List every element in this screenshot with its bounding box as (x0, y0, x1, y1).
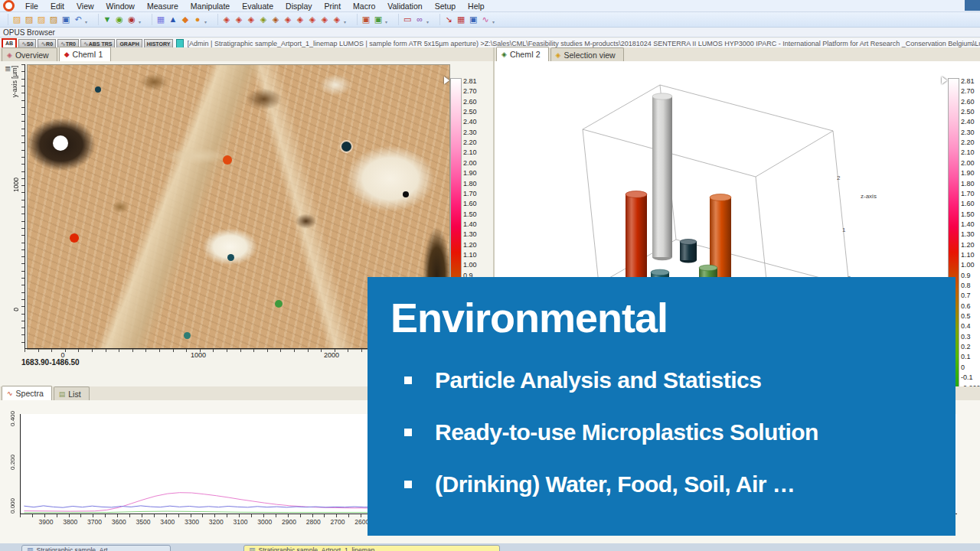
tab-chemi-1[interactable]: ◆ChemI 1 (59, 47, 112, 61)
marker-dot-green[interactable] (275, 300, 283, 308)
marker-dot-white[interactable] (53, 135, 68, 151)
colorbar-tick-label: 1.30 (961, 230, 975, 238)
right-panel-tabbar: ◈ChemI 2◈Selection view (495, 47, 980, 62)
macro-icon-6[interactable]: ◈ (282, 14, 294, 25)
colorbar-tick-label: 0.5 (961, 312, 971, 320)
color-scale-slider-icon[interactable] (444, 77, 449, 84)
menu-file[interactable]: File (19, 1, 44, 11)
macro-icon-9[interactable]: ◈ (318, 14, 331, 25)
tab-spectra[interactable]: ∿Spectra (2, 386, 52, 400)
macro-icon-4[interactable]: ◈ (257, 14, 270, 25)
cascade-windows-icon[interactable]: ▣ (467, 14, 479, 25)
swap-display-icon[interactable]: ◆ (179, 14, 191, 25)
menu-evaluate[interactable]: Evaluate (236, 1, 279, 11)
3d-glasses-icon[interactable]: ∞ (413, 14, 426, 25)
colorbar-tick-label: 0.2 (961, 343, 971, 350)
overlay-bullet-text: Ready-to-use Microplastics Solution (435, 419, 818, 445)
marker-dot-navy[interactable] (341, 142, 351, 152)
toolbar-overflow-icon[interactable]: ▾ (139, 19, 141, 24)
setup-icon-1[interactable]: ▣ (360, 14, 372, 25)
globe-display-icon[interactable]: ● (191, 14, 204, 25)
curve-icon[interactable]: ∿ (479, 14, 492, 25)
spectra-y-axis (20, 414, 21, 514)
chemi-1-tab-icon: ◆ (64, 51, 70, 58)
tab-list[interactable]: ▤List (54, 386, 90, 400)
measure-advanced-icon[interactable]: ◉ (126, 14, 138, 25)
macro-icon-10[interactable]: ◈ (331, 14, 343, 25)
colorbar-tick-label: 1.60 (961, 200, 975, 207)
peaks-icon[interactable]: ▲ (167, 14, 179, 25)
toolbar-overflow-icon[interactable]: ▾ (85, 19, 87, 24)
menu-macro[interactable]: Macro (347, 1, 381, 11)
colorbar-tick-label: 1.50 (961, 210, 975, 218)
colorbar-tick-label: 1.20 (463, 241, 477, 249)
macro-icon-7[interactable]: ◈ (294, 14, 306, 25)
tile-windows-icon[interactable]: ▦ (455, 14, 467, 25)
menu-help[interactable]: Help (462, 1, 491, 11)
bar-navy[interactable] (680, 239, 697, 262)
tab-selection-view[interactable]: ◈Selection view (550, 47, 624, 61)
spectrum-blue (24, 506, 374, 507)
bar-white[interactable] (652, 93, 672, 260)
colorbar-tick-label: 0 (961, 364, 965, 371)
macro-icon-3[interactable]: ◈ (245, 14, 257, 25)
spectrum-magenta (24, 493, 374, 511)
tab-overview[interactable]: ◈Overview (2, 47, 57, 61)
open-folder-icon[interactable]: ▨ (35, 14, 47, 25)
marker-dot-teal-2[interactable] (227, 254, 234, 261)
marker-dot-black[interactable] (403, 191, 409, 197)
bullet-square-icon (404, 429, 412, 436)
menu-validation[interactable]: Validation (381, 1, 428, 11)
marker-dot-red[interactable] (70, 233, 79, 243)
macro-icon-5[interactable]: ◈ (270, 14, 282, 25)
marker-dot-orange[interactable] (223, 155, 232, 165)
menu-manipulate[interactable]: Manipulate (185, 1, 236, 11)
save-file-icon[interactable]: ▣ (60, 14, 72, 25)
load-file-icon[interactable]: ▨ (23, 14, 35, 25)
colorbar-tick-label: 0.8 (961, 282, 971, 289)
menu-display[interactable]: Display (279, 1, 318, 11)
bar-red[interactable] (626, 191, 647, 283)
menu-window[interactable]: Window (100, 1, 141, 11)
setup-icon-2[interactable]: ▣ (372, 14, 384, 25)
toolbar-overflow-icon[interactable]: ▾ (426, 19, 429, 24)
undo-icon[interactable]: ↶ (72, 14, 84, 25)
display-screen-icon[interactable]: ▭ (401, 14, 413, 25)
toolbar-overflow-icon[interactable]: ▾ (492, 19, 495, 24)
menu-setup[interactable]: Setup (429, 1, 462, 11)
menu-edit[interactable]: Edit (44, 1, 70, 11)
file-tab[interactable]: ▥Stratigraphic sample_Artport_1_linemap.… (243, 545, 500, 551)
path-dropdown-chevron-icon[interactable]: ⌄ (969, 40, 975, 47)
macro-icon-1[interactable]: ◈ (220, 14, 233, 25)
spectra-x-tick-label: 3500 (134, 518, 152, 526)
open-workspace-icon[interactable]: ▨ (47, 14, 60, 25)
y-tick-label: 0 (12, 308, 20, 311)
color-scale-slider-icon[interactable] (942, 77, 947, 84)
toolbar-overflow-icon[interactable]: ▾ (204, 19, 207, 24)
marker-dot-teal-1[interactable] (95, 86, 101, 93)
marker-dot-teal-3[interactable] (184, 332, 191, 339)
y-tick-label: 1000 (12, 178, 20, 192)
file-tab[interactable]: ▥Stratigraphic sample_Art... (21, 545, 171, 551)
pointer-icon[interactable]: ↘ (443, 14, 455, 25)
menu-measure[interactable]: Measure (141, 1, 185, 11)
x-tick-label: 2000 (322, 351, 341, 359)
colorbar-tick-label: 1.40 (961, 220, 975, 228)
toolbar-overflow-icon[interactable]: ▾ (344, 19, 346, 24)
colorbar-tick-label: 2.40 (961, 118, 975, 126)
menu-print[interactable]: Print (318, 1, 348, 11)
macro-icon-2[interactable]: ◈ (233, 14, 245, 25)
opus-logo-icon (3, 0, 15, 11)
spectra-y-tick-label: 0.400 (9, 411, 16, 426)
colorbar-tick-label: 1.20 (961, 241, 975, 249)
macro-icon-8[interactable]: ◈ (306, 14, 318, 25)
measure-sample-icon[interactable]: ▼ (101, 14, 113, 25)
measure-check-icon[interactable]: ◉ (113, 14, 126, 25)
menu-bar: FileEditViewWindowMeasureManipulateEvalu… (0, 0, 980, 12)
open-file-icon[interactable]: ▨ (11, 14, 23, 25)
colorbar-tick-label: 1.40 (463, 220, 477, 228)
grid-view-icon[interactable]: ▦ (155, 14, 167, 25)
menu-view[interactable]: View (70, 1, 100, 11)
toolbar-overflow-icon[interactable]: ▾ (385, 19, 387, 24)
tab-chemi-2[interactable]: ◈ChemI 2 (496, 47, 549, 61)
